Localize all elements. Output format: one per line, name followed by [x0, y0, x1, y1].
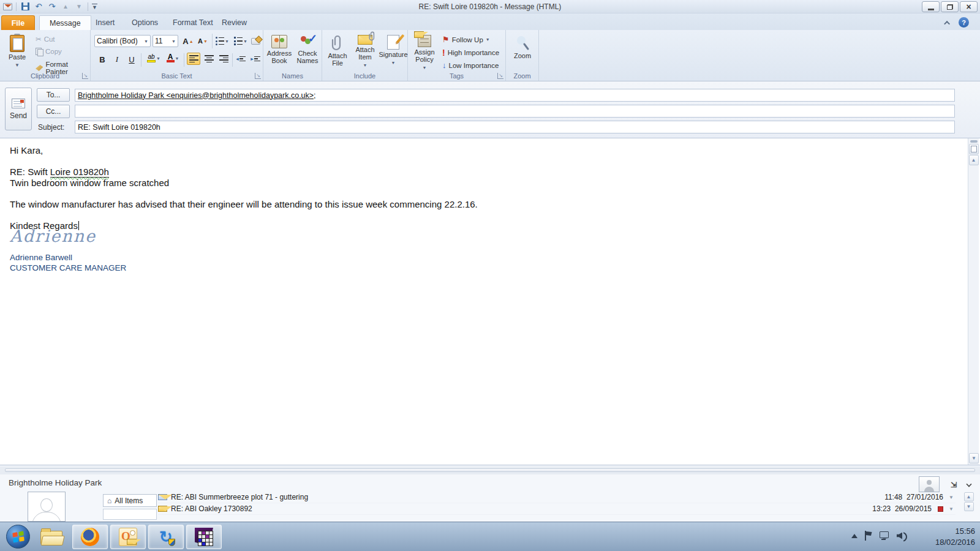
list-item[interactable]: RE: ABI Oakley 1730892 13:23 26/09/2015 … [158, 503, 956, 515]
people-pane-splitter[interactable] [0, 467, 980, 474]
caret-down-icon: ▼ [156, 56, 160, 61]
align-left-button[interactable] [187, 53, 200, 65]
cc-field[interactable] [75, 105, 955, 118]
paste-button[interactable]: Paste ▼ [4, 32, 31, 70]
tags-dialog-launcher-icon[interactable]: ↘ [497, 73, 503, 79]
network-icon[interactable] [880, 531, 889, 540]
start-button[interactable] [6, 525, 30, 549]
flag-complete-icon[interactable] [938, 506, 943, 512]
assign-policy-button[interactable]: Assign Policy ▼ [410, 32, 439, 70]
to-button[interactable]: To... [37, 88, 70, 102]
shrink-font-button[interactable]: A ▼ [196, 35, 209, 47]
subject-field[interactable]: RE: Swift Loire 019820h [75, 121, 955, 133]
decrease-indent-button[interactable]: ◂ [234, 53, 247, 65]
address-book-icon [271, 35, 287, 48]
tab-hidden-partial[interactable] [103, 509, 157, 520]
previous-item-icon[interactable]: ▲ [61, 2, 70, 12]
scroll-down-button[interactable]: ▼ [964, 502, 974, 511]
font-size-combo[interactable]: 11 ▼ [153, 35, 178, 47]
italic-button[interactable]: I [110, 53, 124, 66]
underline-button[interactable]: U [125, 53, 138, 66]
basic-text-dialog-launcher-icon[interactable]: ↘ [255, 73, 261, 79]
tab-review[interactable]: Review [212, 15, 257, 30]
taskbar-sync-button[interactable]: ↻ [148, 525, 184, 549]
chevron-down-icon[interactable] [966, 481, 971, 487]
firefox-icon [81, 528, 99, 546]
save-icon[interactable] [20, 2, 30, 12]
collapse-ribbon-button[interactable] [942, 18, 953, 27]
tab-options[interactable]: Options [122, 15, 168, 30]
help-button[interactable]: ? [959, 17, 969, 28]
tab-insert[interactable]: Insert [86, 15, 124, 30]
send-button[interactable]: Send [5, 88, 32, 130]
follow-up-button[interactable]: ⚑ Follow Up ▼ [442, 35, 490, 44]
format-painter-icon [36, 65, 43, 71]
action-center-icon[interactable] [865, 531, 872, 541]
font-color-button[interactable]: A ▼ [164, 52, 181, 64]
bold-button[interactable]: B [96, 53, 109, 66]
align-right-button[interactable] [217, 53, 230, 65]
taskbar-app-button[interactable] [186, 525, 222, 549]
shield-icon [168, 539, 175, 546]
increase-indent-button[interactable]: ▸ [249, 53, 262, 65]
address-book-button[interactable]: Address Book [266, 32, 293, 70]
font-name-combo[interactable]: Calibri (Bod) ▼ [94, 35, 151, 47]
app-mail-icon[interactable] [3, 3, 12, 10]
attach-file-button[interactable]: Attach File [325, 32, 350, 70]
close-button[interactable]: × [960, 1, 978, 12]
scroll-up-button[interactable]: ▲ [964, 492, 974, 501]
list-item[interactable]: RE: ABI Summerbreeze plot 71 - guttering… [158, 492, 956, 503]
clipboard-dialog-launcher-icon[interactable]: ↘ [82, 73, 88, 79]
check-names-button[interactable]: ✓ Check Names [294, 32, 321, 70]
contact-photo-button[interactable] [919, 476, 940, 492]
caret-down-icon: ▼ [203, 39, 208, 43]
people-pane-scrollbar[interactable]: ▲ ▼ [963, 492, 974, 512]
clear-formatting-button[interactable] [249, 35, 262, 47]
align-right-icon [219, 55, 228, 62]
tab-file[interactable]: File [1, 15, 35, 30]
attach-file-label: Attach File [325, 52, 350, 67]
numbering-button[interactable]: ▼ [233, 35, 249, 47]
select-browse-object-button[interactable] [969, 144, 979, 154]
taskbar-outlook-button[interactable]: O [110, 525, 146, 549]
split-handle[interactable] [970, 140, 978, 143]
copy-button[interactable]: Copy [36, 48, 62, 55]
signature-name: Adrienne Barwell [10, 252, 478, 263]
zoom-button[interactable]: Zoom [509, 32, 536, 70]
tab-all-items[interactable]: ⌂ All Items [103, 494, 157, 507]
cc-button[interactable]: Cc... [37, 105, 70, 118]
caret-down-icon[interactable]: ▼ [947, 506, 956, 512]
grow-font-button[interactable]: A ▲ [181, 35, 195, 47]
scroll-down-button[interactable]: ▼ [969, 453, 979, 463]
highlight-button[interactable]: ab ▼ [145, 52, 163, 64]
taskbar-clock[interactable]: 15:56 18/02/2016 [935, 526, 975, 548]
subject-label: Subject: [38, 123, 64, 132]
cut-button[interactable]: ✂ Cut [36, 35, 55, 43]
undo-icon[interactable]: ↶ [34, 2, 43, 12]
taskbar-firefox-button[interactable] [72, 525, 108, 549]
volume-icon[interactable] [897, 531, 908, 541]
document-icon [971, 146, 977, 152]
show-hidden-icons-button[interactable] [851, 531, 858, 538]
body-scrollbar[interactable]: ▲ ▼ [968, 138, 979, 465]
expand-people-pane-icon[interactable]: ⇲ [951, 481, 957, 489]
message-body[interactable]: Hi Kara, RE: Swift Loire 019820h Twin be… [0, 138, 980, 465]
compose-header: Send To... Brightholme Holiday Park <enq… [0, 81, 980, 138]
attach-item-button[interactable]: Attach Item ▼ [352, 32, 379, 70]
next-item-icon[interactable]: ▼ [74, 2, 84, 12]
low-importance-button[interactable]: ↓ Low Importance [442, 61, 499, 70]
tab-message[interactable]: Message [39, 15, 91, 30]
redo-icon[interactable]: ↷ [47, 2, 57, 12]
bullets-button[interactable]: ▼ [214, 35, 230, 47]
high-importance-button[interactable]: ! High Importance [442, 48, 499, 58]
taskbar-explorer-button[interactable] [40, 528, 65, 545]
minimize-button[interactable] [922, 1, 940, 12]
ribbon-empty-space [539, 30, 980, 81]
caret-down-icon[interactable]: ▼ [947, 495, 956, 500]
restore-button[interactable] [941, 1, 959, 12]
scroll-up-button[interactable]: ▲ [969, 155, 979, 165]
to-field[interactable]: Brightholme Holiday Park <enquiries@brig… [75, 89, 955, 102]
customize-qat-icon[interactable]: ▼ [92, 4, 97, 10]
align-center-button[interactable] [202, 53, 216, 65]
signature-button[interactable]: Signature ▼ [380, 32, 407, 70]
